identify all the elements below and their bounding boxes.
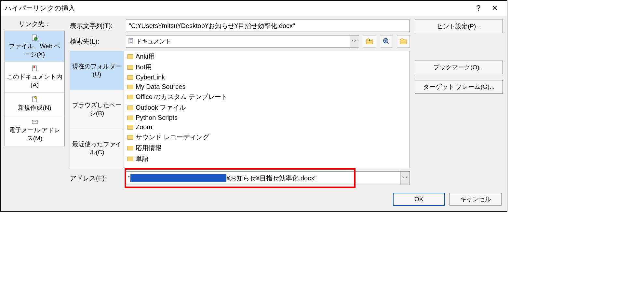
folder-icon	[127, 125, 133, 130]
folder-icon	[127, 95, 133, 99]
address-quote: "	[128, 175, 130, 182]
display-text-input[interactable]	[126, 20, 410, 32]
list-item[interactable]: Outlook ファイル	[124, 102, 409, 113]
list-item[interactable]: サウンド レコーディング	[124, 132, 409, 143]
file-name: My Data Sources	[136, 83, 185, 91]
link-to-new-doc[interactable]: 新規作成(N)	[5, 93, 64, 116]
link-to-email[interactable]: 電子メール アドレス(M)	[5, 115, 64, 146]
titlebar: ハイパーリンクの挿入 ? ✕	[1, 1, 507, 16]
file-name: サウンド レコーディング	[136, 133, 209, 142]
link-to-item-label: ファイル、Web ページ(X)	[9, 43, 60, 58]
link-to-item-label: 電子メール アドレス(M)	[9, 127, 60, 142]
folder-icon	[127, 65, 133, 70]
insert-hyperlink-dialog: ハイパーリンクの挿入 ? ✕ リンク先： ファイル、Web ページ(X) このド…	[0, 0, 507, 212]
folder-icon	[127, 116, 133, 120]
browse-web-button[interactable]	[380, 35, 393, 48]
ok-button[interactable]: OK	[393, 193, 445, 206]
file-name: CyberLink	[136, 74, 165, 81]
link-to-label: リンク先：	[5, 20, 65, 28]
file-name: Bot用	[136, 63, 152, 72]
target-frame-button[interactable]: ターゲット フレーム(G)...	[415, 80, 503, 94]
file-name: Outlook ファイル	[136, 103, 186, 112]
folder-icon	[127, 75, 133, 80]
address-selected-part	[130, 174, 226, 182]
list-item[interactable]: Bot用	[124, 62, 409, 73]
folder-icon	[127, 135, 133, 140]
up-one-level-button[interactable]	[363, 35, 376, 48]
address-input[interactable]: "¥お知らせ¥目指せ効率化.docx" ﹀	[126, 171, 410, 185]
chevron-down-icon[interactable]: ﹀	[350, 35, 359, 47]
list-item[interactable]: CyberLink	[124, 73, 409, 82]
list-item[interactable]: Anki用	[124, 51, 409, 62]
tab-current-folder[interactable]: 現在のフォルダー(U)	[70, 51, 124, 90]
tab-browsed-pages[interactable]: ブラウズしたページ(B)	[70, 90, 124, 129]
screentip-button[interactable]: ヒント設定(P)...	[415, 20, 503, 33]
cancel-button[interactable]: キャンセル	[449, 193, 502, 206]
envelope-icon	[32, 119, 38, 125]
browse-file-button[interactable]	[397, 35, 410, 48]
text-cursor	[317, 175, 317, 182]
look-in-value: ドキュメント	[136, 37, 348, 45]
look-in-label: 検索先(L):	[70, 37, 122, 46]
link-to-this-doc[interactable]: このドキュメント内(A)	[5, 62, 64, 92]
help-button[interactable]: ?	[470, 4, 487, 13]
bookmark-button[interactable]: ブックマーク(O)...	[415, 61, 503, 74]
svg-point-1	[34, 37, 37, 40]
folder-icon	[127, 157, 133, 161]
display-text-label: 表示文字列(T):	[70, 21, 122, 30]
globe-search-icon	[383, 38, 390, 45]
browse-area: 現在のフォルダー(U) ブラウズしたページ(B) 最近使ったファイル(C) An…	[70, 51, 410, 168]
link-to-file-web[interactable]: ファイル、Web ページ(X)	[5, 31, 64, 62]
globe-page-icon	[32, 35, 38, 41]
address-label: アドレス(E):	[70, 174, 122, 183]
link-to-item-label: このドキュメント内(A)	[7, 73, 62, 88]
list-item[interactable]: Office のカスタム テンプレート	[124, 91, 409, 102]
close-button[interactable]: ✕	[487, 4, 503, 12]
folder-icon	[127, 105, 133, 110]
svg-rect-11	[400, 40, 407, 44]
new-document-icon	[32, 96, 38, 103]
document-icon	[128, 38, 134, 45]
list-item[interactable]: Python Scripts	[124, 113, 409, 122]
svg-rect-8	[129, 42, 132, 43]
tab-recent-files[interactable]: 最近使ったファイル(C)	[70, 129, 124, 168]
link-to-item-label: 新規作成(N)	[18, 104, 51, 111]
list-item[interactable]: My Data Sources	[124, 82, 409, 91]
file-name: 応用情報	[136, 144, 162, 152]
dialog-title: ハイパーリンクの挿入	[5, 4, 470, 13]
dialog-footer: OK キャンセル	[1, 189, 507, 211]
chevron-down-icon[interactable]: ﹀	[400, 172, 409, 185]
svg-rect-6	[129, 39, 132, 40]
browse-tabs: 現在のフォルダー(U) ブラウズしたページ(B) 最近使ったファイル(C)	[70, 51, 124, 168]
look-in-combo[interactable]: ドキュメント ﹀	[126, 35, 359, 48]
list-item[interactable]: 応用情報	[124, 143, 409, 153]
file-name: Office のカスタム テンプレート	[136, 92, 228, 101]
folder-open-icon	[400, 38, 407, 44]
folder-icon	[127, 85, 133, 89]
file-name: 単語	[136, 154, 149, 163]
file-list[interactable]: Anki用 Bot用 CyberLink My Data Sources Off…	[124, 51, 409, 168]
list-item[interactable]: 単語	[124, 153, 409, 164]
file-name: Python Scripts	[136, 114, 178, 121]
file-name: Zoom	[136, 123, 152, 131]
list-item[interactable]: Zoom	[124, 122, 409, 132]
file-name: Anki用	[136, 52, 155, 61]
link-to-list: ファイル、Web ページ(X) このドキュメント内(A) 新規作成(N) 電子メ…	[5, 31, 65, 146]
address-visible-suffix: ¥お知らせ¥目指せ効率化.docx"	[226, 174, 316, 183]
svg-rect-7	[129, 41, 132, 41]
folder-icon	[127, 146, 133, 150]
folder-icon	[127, 54, 133, 59]
document-bookmark-icon	[32, 65, 38, 72]
folder-up-icon	[366, 38, 373, 44]
